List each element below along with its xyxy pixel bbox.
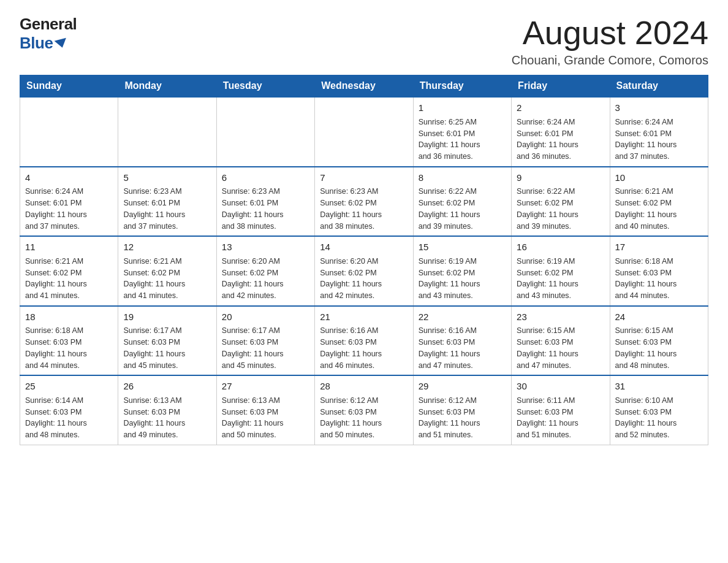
calendar-cell: 6Sunrise: 6:23 AM Sunset: 6:01 PM Daylig… — [216, 167, 314, 237]
day-info: Sunrise: 6:19 AM Sunset: 6:02 PM Dayligh… — [517, 256, 604, 302]
calendar-cell: 22Sunrise: 6:16 AM Sunset: 6:03 PM Dayli… — [413, 306, 511, 376]
calendar-cell — [216, 97, 314, 167]
calendar-cell: 31Sunrise: 6:10 AM Sunset: 6:03 PM Dayli… — [610, 375, 708, 445]
calendar-cell: 12Sunrise: 6:21 AM Sunset: 6:02 PM Dayli… — [118, 236, 216, 306]
col-header-friday: Friday — [512, 75, 610, 98]
calendar-cell: 29Sunrise: 6:12 AM Sunset: 6:03 PM Dayli… — [413, 375, 511, 445]
day-info: Sunrise: 6:18 AM Sunset: 6:03 PM Dayligh… — [25, 325, 113, 371]
day-number: 2 — [517, 101, 604, 115]
col-header-monday: Monday — [118, 75, 216, 98]
day-info: Sunrise: 6:22 AM Sunset: 6:02 PM Dayligh… — [419, 186, 506, 232]
day-number: 26 — [123, 380, 211, 394]
logo: General Blue — [20, 15, 77, 53]
day-number: 5 — [123, 171, 211, 185]
day-number: 16 — [517, 240, 604, 255]
day-number: 28 — [320, 380, 408, 394]
day-info: Sunrise: 6:23 AM Sunset: 6:02 PM Dayligh… — [320, 186, 408, 232]
logo-blue-text: Blue — [20, 34, 67, 53]
col-header-saturday: Saturday — [610, 75, 708, 98]
calendar-cell: 7Sunrise: 6:23 AM Sunset: 6:02 PM Daylig… — [315, 167, 413, 237]
calendar-cell: 15Sunrise: 6:19 AM Sunset: 6:02 PM Dayli… — [413, 236, 511, 306]
title-block: August 2024 Chouani, Grande Comore, Como… — [512, 15, 708, 67]
day-number: 13 — [222, 240, 309, 255]
day-info: Sunrise: 6:18 AM Sunset: 6:03 PM Dayligh… — [615, 256, 703, 302]
calendar-table: SundayMondayTuesdayWednesdayThursdayFrid… — [20, 75, 708, 445]
day-number: 22 — [419, 310, 506, 324]
calendar-cell: 3Sunrise: 6:24 AM Sunset: 6:01 PM Daylig… — [610, 97, 708, 167]
day-number: 12 — [123, 240, 211, 255]
day-number: 20 — [222, 310, 309, 324]
calendar-cell: 14Sunrise: 6:20 AM Sunset: 6:02 PM Dayli… — [315, 236, 413, 306]
calendar-cell: 4Sunrise: 6:24 AM Sunset: 6:01 PM Daylig… — [20, 167, 118, 237]
calendar-cell — [20, 97, 118, 167]
day-info: Sunrise: 6:23 AM Sunset: 6:01 PM Dayligh… — [123, 186, 211, 232]
calendar-cell — [315, 97, 413, 167]
calendar-cell: 23Sunrise: 6:15 AM Sunset: 6:03 PM Dayli… — [512, 306, 610, 376]
calendar-cell: 13Sunrise: 6:20 AM Sunset: 6:02 PM Dayli… — [216, 236, 314, 306]
calendar-cell: 30Sunrise: 6:11 AM Sunset: 6:03 PM Dayli… — [512, 375, 610, 445]
calendar-cell: 10Sunrise: 6:21 AM Sunset: 6:02 PM Dayli… — [610, 167, 708, 237]
location-text: Chouani, Grande Comore, Comoros — [512, 53, 708, 67]
day-number: 19 — [123, 310, 211, 324]
day-number: 9 — [517, 171, 604, 185]
calendar-cell: 25Sunrise: 6:14 AM Sunset: 6:03 PM Dayli… — [20, 375, 118, 445]
calendar-cell: 21Sunrise: 6:16 AM Sunset: 6:03 PM Dayli… — [315, 306, 413, 376]
col-header-sunday: Sunday — [20, 75, 118, 98]
day-info: Sunrise: 6:14 AM Sunset: 6:03 PM Dayligh… — [25, 395, 113, 441]
day-info: Sunrise: 6:23 AM Sunset: 6:01 PM Dayligh… — [222, 186, 309, 232]
day-number: 31 — [615, 380, 703, 394]
col-header-tuesday: Tuesday — [216, 75, 314, 98]
day-info: Sunrise: 6:20 AM Sunset: 6:02 PM Dayligh… — [320, 256, 408, 302]
day-info: Sunrise: 6:21 AM Sunset: 6:02 PM Dayligh… — [615, 186, 703, 232]
calendar-cell: 18Sunrise: 6:18 AM Sunset: 6:03 PM Dayli… — [20, 306, 118, 376]
day-info: Sunrise: 6:17 AM Sunset: 6:03 PM Dayligh… — [222, 325, 309, 371]
day-info: Sunrise: 6:16 AM Sunset: 6:03 PM Dayligh… — [320, 325, 408, 371]
day-number: 21 — [320, 310, 408, 324]
day-number: 4 — [25, 171, 113, 185]
calendar-cell: 16Sunrise: 6:19 AM Sunset: 6:02 PM Dayli… — [512, 236, 610, 306]
day-number: 29 — [419, 380, 506, 394]
day-info: Sunrise: 6:20 AM Sunset: 6:02 PM Dayligh… — [222, 256, 309, 302]
calendar-cell: 28Sunrise: 6:12 AM Sunset: 6:03 PM Dayli… — [315, 375, 413, 445]
logo-general-text: General — [20, 15, 77, 34]
day-info: Sunrise: 6:16 AM Sunset: 6:03 PM Dayligh… — [419, 325, 506, 371]
calendar-cell — [118, 97, 216, 167]
calendar-cell: 11Sunrise: 6:21 AM Sunset: 6:02 PM Dayli… — [20, 236, 118, 306]
col-header-wednesday: Wednesday — [315, 75, 413, 98]
day-info: Sunrise: 6:21 AM Sunset: 6:02 PM Dayligh… — [123, 256, 211, 302]
day-info: Sunrise: 6:22 AM Sunset: 6:02 PM Dayligh… — [517, 186, 604, 232]
day-number: 17 — [615, 240, 703, 255]
day-info: Sunrise: 6:12 AM Sunset: 6:03 PM Dayligh… — [419, 395, 506, 441]
day-number: 30 — [517, 380, 604, 394]
calendar-cell: 17Sunrise: 6:18 AM Sunset: 6:03 PM Dayli… — [610, 236, 708, 306]
calendar-cell: 8Sunrise: 6:22 AM Sunset: 6:02 PM Daylig… — [413, 167, 511, 237]
day-info: Sunrise: 6:15 AM Sunset: 6:03 PM Dayligh… — [517, 325, 604, 371]
day-number: 11 — [25, 240, 113, 255]
day-info: Sunrise: 6:15 AM Sunset: 6:03 PM Dayligh… — [615, 325, 703, 371]
calendar-cell: 2Sunrise: 6:24 AM Sunset: 6:01 PM Daylig… — [512, 97, 610, 167]
calendar-cell: 19Sunrise: 6:17 AM Sunset: 6:03 PM Dayli… — [118, 306, 216, 376]
day-number: 15 — [419, 240, 506, 255]
day-info: Sunrise: 6:17 AM Sunset: 6:03 PM Dayligh… — [123, 325, 211, 371]
day-info: Sunrise: 6:24 AM Sunset: 6:01 PM Dayligh… — [25, 186, 113, 232]
page-header: General Blue August 2024 Chouani, Grande… — [20, 15, 708, 67]
day-number: 10 — [615, 171, 703, 185]
day-number: 27 — [222, 380, 309, 394]
day-number: 6 — [222, 171, 309, 185]
calendar-cell: 5Sunrise: 6:23 AM Sunset: 6:01 PM Daylig… — [118, 167, 216, 237]
day-number: 14 — [320, 240, 408, 255]
month-title: August 2024 — [512, 15, 708, 51]
day-info: Sunrise: 6:21 AM Sunset: 6:02 PM Dayligh… — [25, 256, 113, 302]
day-number: 18 — [25, 310, 113, 324]
day-info: Sunrise: 6:12 AM Sunset: 6:03 PM Dayligh… — [320, 395, 408, 441]
day-info: Sunrise: 6:10 AM Sunset: 6:03 PM Dayligh… — [615, 395, 703, 441]
day-number: 8 — [419, 171, 506, 185]
col-header-thursday: Thursday — [413, 75, 511, 98]
calendar-cell: 24Sunrise: 6:15 AM Sunset: 6:03 PM Dayli… — [610, 306, 708, 376]
day-info: Sunrise: 6:24 AM Sunset: 6:01 PM Dayligh… — [615, 117, 703, 163]
calendar-cell: 1Sunrise: 6:25 AM Sunset: 6:01 PM Daylig… — [413, 97, 511, 167]
calendar-cell: 27Sunrise: 6:13 AM Sunset: 6:03 PM Dayli… — [216, 375, 314, 445]
calendar-cell: 26Sunrise: 6:13 AM Sunset: 6:03 PM Dayli… — [118, 375, 216, 445]
day-number: 24 — [615, 310, 703, 324]
day-number: 7 — [320, 171, 408, 185]
